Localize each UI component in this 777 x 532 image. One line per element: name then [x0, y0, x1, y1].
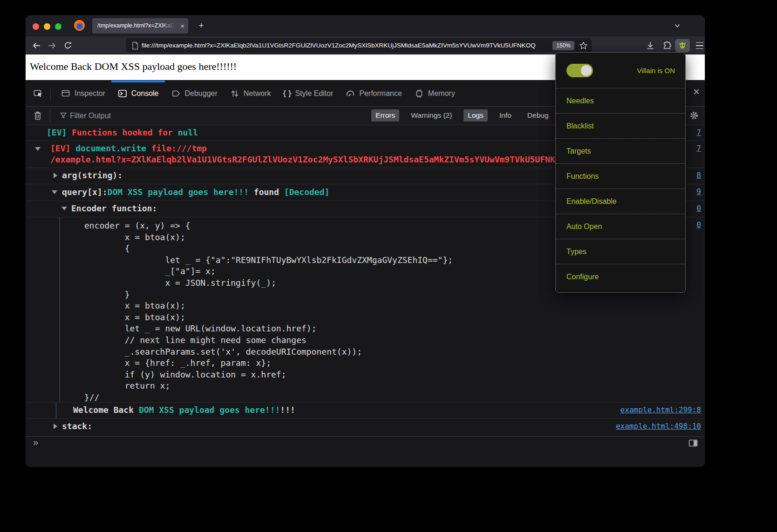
tab-debugger[interactable]: Debugger: [165, 81, 224, 106]
popup-item-functions[interactable]: Functions: [556, 163, 685, 189]
collapsed-arrow-icon[interactable]: [54, 424, 57, 429]
filter-errors-button[interactable]: Errors: [371, 109, 399, 121]
page-document-icon: [131, 41, 139, 50]
browser-tab[interactable]: /tmp/example.html?x=ZXlKaElqb2lV ×: [92, 18, 188, 34]
bookmark-star-icon[interactable]: [579, 41, 588, 50]
source-link[interactable]: 9: [696, 187, 701, 196]
villain-toggle[interactable]: [566, 64, 593, 77]
back-button[interactable]: [30, 40, 42, 52]
expand-console-input-icon[interactable]: »: [33, 437, 38, 448]
console-settings-gear-icon[interactable]: [689, 110, 699, 121]
popup-item-blacklist[interactable]: Blacklist: [556, 113, 685, 138]
tab-inspector[interactable]: Inspector: [55, 81, 111, 106]
filter-info-button[interactable]: Info: [495, 109, 516, 121]
new-tab-button[interactable]: +: [194, 18, 208, 34]
debugger-icon: [171, 88, 181, 99]
log-level-buttons: Errors Warnings (2) Logs Info Debug: [371, 109, 553, 121]
tab-performance[interactable]: Performance: [339, 81, 408, 106]
villain-extension-icon[interactable]: [675, 39, 690, 52]
filter-separator: [50, 110, 50, 122]
performance-icon: [345, 88, 355, 99]
mac-minimize-button[interactable]: [44, 23, 50, 30]
popup-item-auto-open[interactable]: Auto Open: [556, 214, 685, 239]
source-link[interactable]: 7: [696, 128, 701, 137]
hamburger-menu-icon[interactable]: [693, 39, 705, 52]
toolbar-separator: [50, 88, 51, 100]
tab-close-icon[interactable]: ×: [180, 18, 184, 34]
toggle-knob: [581, 65, 592, 76]
downloads-icon[interactable]: [643, 39, 657, 52]
inspector-icon: [61, 88, 71, 99]
popup-item-enable-disable[interactable]: Enable/Disable: [556, 189, 685, 214]
console-row-welcome-back: Welcome Back DOM XSS payload goes here!!…: [26, 403, 705, 419]
collapsed-arrow-icon[interactable]: [54, 173, 57, 178]
popup-item-types[interactable]: Types: [556, 239, 685, 264]
filter-debug-button[interactable]: Debug: [523, 109, 553, 121]
tab-title-fade: [161, 18, 175, 34]
tab-style-editor[interactable]: { } Style Editor: [277, 81, 339, 106]
source-link[interactable]: 0: [696, 220, 701, 229]
filter-output-input[interactable]: [70, 109, 219, 122]
mac-close-button[interactable]: [33, 23, 39, 30]
forward-button[interactable]: [46, 40, 58, 52]
devtools-close-icon[interactable]: ×: [693, 86, 700, 97]
firefox-logo-icon: [74, 20, 85, 31]
tab-bar: /tmp/example.html?x=ZXlKaElqb2lV × +: [26, 15, 705, 36]
expand-arrow-icon[interactable]: [52, 190, 57, 194]
filter-funnel-icon: [59, 111, 68, 120]
popup-header: Villain is ON: [556, 53, 685, 88]
tab-network[interactable]: Network: [224, 81, 277, 106]
source-link[interactable]: 8: [696, 171, 701, 180]
source-link[interactable]: example.html:299:8: [620, 405, 701, 414]
filter-warnings-button[interactable]: Warnings (2): [407, 109, 456, 121]
popup-item-configure[interactable]: Configure: [556, 264, 685, 289]
expand-arrow-icon[interactable]: [35, 147, 41, 151]
url-bar[interactable]: 150%: [126, 38, 592, 53]
list-tabs-chevron-icon[interactable]: [673, 21, 682, 30]
clear-console-trash-icon[interactable]: [33, 110, 43, 121]
source-link[interactable]: example.html:498:10: [616, 422, 701, 431]
screen: /tmp/example.html?x=ZXlKaElqb2lV × +: [0, 0, 777, 532]
tab-console[interactable]: Console: [111, 81, 165, 106]
extensions-puzzle-icon[interactable]: [660, 39, 674, 52]
console-editor-bar: »: [26, 436, 705, 450]
mac-zoom-button[interactable]: [55, 23, 61, 30]
split-console-pane-icon[interactable]: [688, 438, 698, 448]
villain-extension-popup: Villain is ON Needles Blacklist Targets …: [555, 52, 686, 293]
url-input[interactable]: [142, 42, 552, 49]
console-icon: [117, 88, 128, 99]
source-link[interactable]: 7: [696, 144, 701, 153]
network-icon: [230, 88, 240, 99]
pick-element-icon[interactable]: [30, 85, 47, 102]
popup-item-targets[interactable]: Targets: [556, 138, 685, 163]
indent-guide: [56, 403, 56, 418]
reload-button[interactable]: [62, 40, 74, 52]
source-link[interactable]: 0: [696, 204, 701, 213]
style-editor-icon: { }: [283, 89, 291, 98]
filter-logs-button[interactable]: Logs: [463, 109, 488, 121]
expand-arrow-icon[interactable]: [61, 207, 67, 210]
console-row-stack: stack: example.html:498:10: [26, 419, 705, 435]
tab-memory[interactable]: Memory: [408, 81, 461, 106]
villain-status-label: Villain is ON: [637, 67, 675, 74]
page-heading: Welcome Back DOM XSS payload goes here!!…: [30, 61, 237, 73]
memory-icon: [414, 88, 424, 99]
popup-item-needles[interactable]: Needles: [556, 88, 685, 113]
zoom-level-badge[interactable]: 150%: [552, 41, 574, 50]
